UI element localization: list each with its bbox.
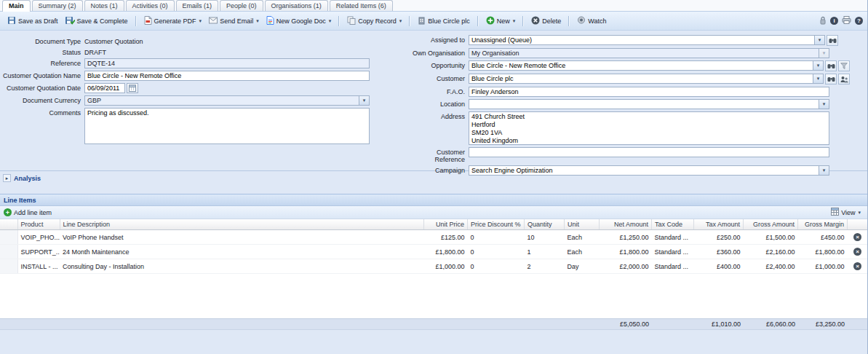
tab-notes[interactable]: Notes (1) xyxy=(84,0,124,11)
watch-button[interactable]: Watch xyxy=(574,15,609,27)
document-currency-field[interactable] xyxy=(84,95,359,106)
gross-amount-cell[interactable]: £2,160.00 xyxy=(744,245,798,259)
customer-field[interactable] xyxy=(469,74,813,84)
product-cell[interactable]: VOIP_PHO... xyxy=(17,230,60,245)
location-select[interactable]: ▾ xyxy=(469,99,829,109)
customer-select[interactable]: ▾ xyxy=(469,74,824,84)
view-menu-button[interactable]: View ▾ xyxy=(831,208,864,217)
row-handle-cell[interactable] xyxy=(0,230,17,245)
reference-field[interactable] xyxy=(84,58,370,68)
info-icon[interactable]: i xyxy=(830,17,838,25)
quantity-cell[interactable]: 10 xyxy=(525,230,565,245)
gross-margin-cell[interactable]: £450.00 xyxy=(798,230,848,245)
gross-margin-cell[interactable]: £1,800.00 xyxy=(798,245,848,259)
line-description-cell[interactable]: Consulting Day - Installation xyxy=(60,259,424,274)
row-handle-cell[interactable] xyxy=(0,259,17,274)
chevron-down-icon[interactable]: ▾ xyxy=(359,95,370,106)
add-line-item-button[interactable]: + Add line item xyxy=(4,208,52,216)
unit-price-cell[interactable]: £1,000.00 xyxy=(424,259,468,274)
chevron-down-icon[interactable]: ▾ xyxy=(819,99,829,109)
tab-activities[interactable]: Activities (0) xyxy=(126,0,175,11)
column-header-product[interactable]: Product xyxy=(17,219,60,230)
column-header-tax-amount[interactable]: Tax Amount xyxy=(694,219,744,230)
campaign-field[interactable] xyxy=(469,165,819,176)
gross-amount-cell[interactable]: £2,400.00 xyxy=(744,259,798,274)
column-header-gross-amount[interactable]: Gross Amount xyxy=(744,219,798,230)
new-record-button[interactable]: New ▾ xyxy=(483,15,519,28)
save-and-complete-button[interactable]: Save & Complete xyxy=(63,15,131,28)
column-header-unit-price[interactable]: Unit Price xyxy=(424,219,468,230)
tab-summary[interactable]: Summary (2) xyxy=(32,0,83,11)
net-amount-cell[interactable]: £1,250.00 xyxy=(600,230,652,245)
chevron-down-icon[interactable]: ▾ xyxy=(815,35,825,45)
campaign-select[interactable]: ▾ xyxy=(469,165,829,176)
print-icon[interactable] xyxy=(842,16,851,25)
assigned-to-field[interactable] xyxy=(469,35,815,45)
expand-arrow-icon[interactable]: ▸ xyxy=(3,174,11,182)
unit-cell[interactable]: Each xyxy=(565,230,600,245)
net-amount-cell[interactable]: £2,000.00 xyxy=(600,259,652,274)
organisation-people-icon[interactable] xyxy=(838,74,850,84)
fao-field[interactable] xyxy=(469,87,829,97)
column-header-net-amount[interactable]: Net Amount xyxy=(600,219,652,230)
unit-price-cell[interactable]: £1,800.00 xyxy=(424,245,468,259)
new-google-doc-button[interactable]: New Google Doc ▾ xyxy=(263,15,335,28)
delete-row-icon[interactable]: × xyxy=(853,248,861,256)
location-field[interactable] xyxy=(469,99,819,109)
delete-row-icon[interactable]: × xyxy=(853,233,861,241)
tax-amount-cell[interactable]: £250.00 xyxy=(694,230,744,245)
help-icon[interactable]: ? xyxy=(855,17,863,25)
chevron-down-icon[interactable]: ▾ xyxy=(813,60,824,71)
unit-cell[interactable]: Day xyxy=(565,259,600,274)
tab-main[interactable]: Main xyxy=(2,0,31,12)
opportunity-select[interactable]: ▾ xyxy=(469,60,824,71)
customer-reference-field[interactable] xyxy=(469,147,829,157)
comments-field[interactable]: Pricing as discussed. xyxy=(84,108,370,144)
line-description-cell[interactable]: VoIP Phone Handset xyxy=(60,230,424,245)
unit-cell[interactable]: Each xyxy=(565,245,600,259)
tax-code-cell[interactable]: Standard ... xyxy=(652,245,694,259)
assigned-to-select[interactable]: ▾ xyxy=(469,35,825,45)
search-binoculars-icon[interactable] xyxy=(827,35,838,46)
search-binoculars-icon[interactable] xyxy=(825,60,837,71)
column-header-line-description[interactable]: Line Description xyxy=(60,219,424,230)
column-header-tax-code[interactable]: Tax Code xyxy=(652,219,694,230)
tax-amount-cell[interactable]: £400.00 xyxy=(694,259,744,274)
save-as-draft-button[interactable]: Save as Draft xyxy=(4,15,61,28)
tab-people[interactable]: People (0) xyxy=(220,0,263,11)
record-link-button[interactable]: Blue Circle plc xyxy=(415,15,473,28)
column-header-price-discount[interactable]: Price Discount % xyxy=(468,219,525,230)
unit-price-cell[interactable]: £125.00 xyxy=(424,230,468,245)
price-discount-cell[interactable]: 0 xyxy=(468,259,525,274)
address-field[interactable]: 491 Church Street Hertford SM20 1VA Unit… xyxy=(469,111,829,145)
send-email-button[interactable]: Send Email ▾ xyxy=(206,15,262,27)
line-description-cell[interactable]: 24 Month Maintenance xyxy=(60,245,424,259)
tax-code-cell[interactable]: Standard ... xyxy=(652,230,694,245)
price-discount-cell[interactable]: 0 xyxy=(468,230,525,245)
chevron-down-icon[interactable]: ▾ xyxy=(819,165,829,176)
column-header-quantity[interactable]: Quantity xyxy=(525,219,565,230)
document-currency-select[interactable]: ▾ xyxy=(84,95,370,106)
copy-record-button[interactable]: Copy Record ▾ xyxy=(344,15,405,28)
quotation-date-field[interactable] xyxy=(84,83,125,93)
net-amount-cell[interactable]: £1,800.00 xyxy=(600,245,652,259)
tax-amount-cell[interactable]: £360.00 xyxy=(694,245,744,259)
filter-funnel-icon[interactable] xyxy=(838,60,850,71)
column-header-gross-margin[interactable]: Gross Margin xyxy=(798,219,848,230)
chevron-down-icon[interactable]: ▾ xyxy=(813,74,824,84)
generate-pdf-button[interactable]: Generate PDF ▾ xyxy=(141,15,205,28)
calendar-icon[interactable] xyxy=(127,83,138,93)
quotation-name-field[interactable] xyxy=(84,71,370,81)
delete-button[interactable]: Delete xyxy=(528,15,564,28)
column-header-unit[interactable]: Unit xyxy=(565,219,600,230)
delete-row-icon[interactable]: × xyxy=(853,262,861,270)
row-handle-cell[interactable] xyxy=(0,245,17,259)
tab-organisations[interactable]: Organisations (1) xyxy=(265,0,328,11)
lock-icon[interactable] xyxy=(819,16,827,26)
product-cell[interactable]: SUPPORT_... xyxy=(17,245,60,259)
tab-emails[interactable]: Emails (1) xyxy=(176,0,219,11)
tax-code-cell[interactable]: Standard ... xyxy=(652,259,694,274)
gross-amount-cell[interactable]: £1,500.00 xyxy=(744,230,798,245)
price-discount-cell[interactable]: 0 xyxy=(468,245,525,259)
product-cell[interactable]: INSTALL - ... xyxy=(17,259,60,274)
